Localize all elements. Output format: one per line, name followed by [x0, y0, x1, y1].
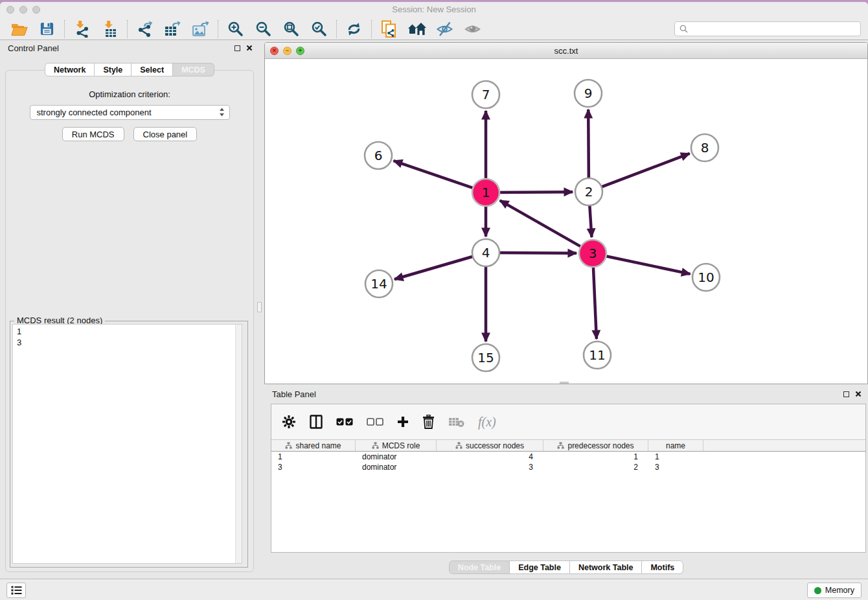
window-title: Session: New Session	[0, 5, 868, 14]
table-cell[interactable]: 1	[648, 452, 703, 461]
graph-edge-3-11[interactable]	[593, 264, 597, 339]
column-header-shared-name[interactable]: shared name	[271, 440, 356, 451]
tab-style[interactable]: Style	[95, 63, 131, 76]
tab-select[interactable]: Select	[131, 63, 173, 76]
tab-network[interactable]: Network	[45, 63, 95, 76]
table-panel: Table Panel	[264, 387, 868, 575]
table-cell[interactable]: 2	[543, 463, 648, 472]
import-table-button[interactable]	[96, 19, 124, 39]
graph-edge-1-6[interactable]	[394, 161, 475, 189]
memory-button[interactable]: Memory	[807, 583, 862, 598]
float-table-panel-icon[interactable]	[843, 391, 849, 397]
result-scrollbar[interactable]	[235, 325, 242, 563]
graph-edge-2-3[interactable]	[589, 203, 591, 237]
zoom-out-button[interactable]	[249, 19, 277, 39]
float-panel-icon[interactable]	[234, 45, 240, 51]
memory-label: Memory	[825, 586, 854, 595]
graph-edge-1-2[interactable]	[497, 192, 573, 192]
hide-columns-icon[interactable]	[367, 418, 383, 426]
columns-icon[interactable]	[310, 415, 323, 429]
table-cell[interactable]: dominator	[356, 452, 437, 461]
panel-splitter-handle[interactable]	[257, 302, 262, 312]
task-history-button[interactable]	[6, 583, 26, 598]
table-row[interactable]: 3dominator323	[271, 462, 865, 472]
column-edit-icon	[372, 442, 379, 449]
column-header-MCDS-role[interactable]: MCDS role	[356, 440, 437, 451]
column-header-successor-nodes[interactable]: successor nodes	[437, 440, 543, 451]
control-panel-title: Control Panel	[8, 43, 59, 53]
graph-edge-4-3[interactable]	[497, 253, 577, 253]
graph-node-label-14: 14	[371, 276, 387, 292]
column-header-name[interactable]: name	[648, 440, 703, 451]
zoom-fit-button[interactable]	[277, 19, 305, 39]
save-session-icon	[40, 21, 54, 36]
criterion-select[interactable]: strongly connected component	[30, 105, 230, 120]
graph-node-label-6: 6	[374, 148, 383, 163]
mcds-result-group: MCDS result (2 nodes) 1 3	[10, 321, 248, 568]
graph-edge-4-14[interactable]	[394, 256, 475, 279]
close-table-panel-icon[interactable]	[855, 391, 862, 397]
column-header-label: predecessor nodes	[567, 441, 634, 450]
network-window-titlebar: ✕ − + scc.txt	[265, 43, 867, 59]
export-network-icon	[136, 21, 154, 38]
graph-edge-2-8[interactable]	[599, 154, 690, 188]
zoom-out-icon	[255, 21, 271, 37]
refresh-button[interactable]	[340, 19, 368, 39]
node-table[interactable]: shared nameMCDS rolesuccessor nodesprede…	[271, 439, 865, 552]
zoom-selected-button[interactable]	[305, 19, 333, 39]
table-cell[interactable]: 4	[437, 452, 543, 461]
close-panel-icon[interactable]	[246, 45, 253, 51]
graph-edge-3-1[interactable]	[500, 200, 584, 248]
graph-edge-2-9[interactable]	[588, 110, 589, 181]
tab-motifs[interactable]: Motifs	[642, 560, 683, 574]
export-network-button[interactable]	[131, 19, 159, 39]
network-canvas[interactable]: 7968124314101511	[265, 59, 867, 384]
table-cell[interactable]: dominator	[356, 463, 437, 472]
tab-node-table[interactable]: Node Table	[449, 560, 510, 574]
column-header-predecessor-nodes[interactable]: predecessor nodes	[543, 440, 648, 451]
import-network-button[interactable]	[68, 19, 96, 39]
graph-node-label-4: 4	[482, 245, 490, 260]
table-cell[interactable]: 1	[543, 452, 648, 461]
zoom-fit-icon	[283, 21, 299, 37]
close-panel-button[interactable]: Close panel	[133, 127, 198, 141]
table-panel-title: Table Panel	[272, 389, 316, 399]
tab-mcds[interactable]: MCDS	[173, 63, 214, 76]
hide-selected-button[interactable]	[431, 19, 459, 39]
column-edit-icon	[285, 442, 292, 449]
search-box[interactable]	[674, 21, 861, 36]
graph-node-label-7: 7	[482, 87, 490, 102]
tab-edge-table[interactable]: Edge Table	[510, 560, 570, 574]
run-mcds-button[interactable]: Run MCDS	[62, 127, 124, 141]
table-cell[interactable]: 1	[271, 452, 356, 461]
table-row[interactable]: 1dominator411	[271, 452, 865, 462]
export-table-button[interactable]	[159, 19, 187, 39]
table-toolbar: f(x)	[271, 404, 865, 439]
zoom-in-button[interactable]	[222, 19, 249, 39]
gear-icon[interactable]	[282, 415, 296, 429]
network-graph[interactable]: 7968124314101511	[265, 59, 867, 384]
export-image-button[interactable]	[187, 19, 214, 39]
new-network-from-selection-button[interactable]	[375, 19, 403, 39]
toolbar-separator	[218, 20, 218, 38]
open-file-icon	[11, 22, 28, 36]
table-cell[interactable]: 3	[437, 463, 543, 472]
delete-column-icon[interactable]	[422, 415, 435, 429]
show-columns-icon[interactable]	[336, 418, 353, 426]
app-window: Session: New Session	[0, 2, 868, 600]
graph-edge-3-10[interactable]	[604, 256, 691, 274]
table-cell[interactable]: 3	[271, 463, 356, 472]
mcds-result-area[interactable]: 1 3	[12, 324, 242, 564]
memory-status-icon	[814, 587, 821, 594]
first-neighbors-icon	[407, 22, 427, 36]
open-file-button[interactable]	[5, 19, 33, 39]
table-header-row: shared nameMCDS rolesuccessor nodesprede…	[271, 439, 865, 452]
save-session-button[interactable]	[33, 19, 61, 39]
control-panel: Control Panel NetworkStyleSelectMCDS Opt…	[0, 41, 259, 579]
show-all-button[interactable]	[459, 19, 486, 39]
add-column-icon[interactable]	[397, 416, 409, 428]
tab-network-table[interactable]: Network Table	[570, 560, 643, 574]
first-neighbors-button[interactable]	[403, 19, 431, 39]
search-input[interactable]	[691, 25, 860, 34]
table-cell[interactable]: 3	[648, 463, 703, 472]
